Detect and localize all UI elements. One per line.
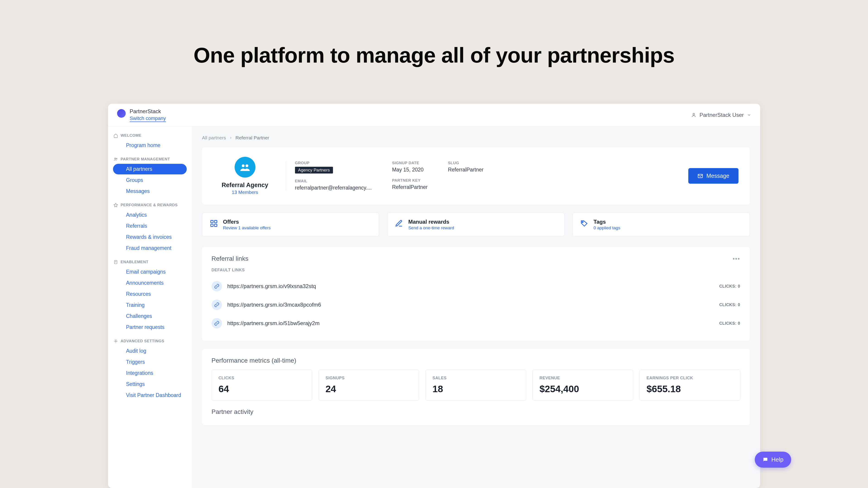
link-url[interactable]: https://partners.grsm.io/51bw5erajy2m [227,320,714,326]
sidebar-item-challenges[interactable]: Challenges [113,311,187,322]
sidebar-header-enablement: ENABLEMENT [108,260,192,264]
group-badge[interactable]: Agency Partners [295,167,333,173]
page-headline: One platform to manage all of your partn… [193,43,675,68]
company-name: PartnerStack [130,108,166,115]
chevron-down-icon [747,113,751,117]
sidebar-item-referrals[interactable]: Referrals [113,221,187,231]
gear-icon [114,339,118,344]
star-icon [114,203,118,207]
logo-icon [117,109,126,118]
envelope-icon [698,173,703,179]
sidebar-item-announcements[interactable]: Announcements [113,278,187,288]
switch-company-link[interactable]: Switch company [130,116,166,122]
offers-card[interactable]: Offers Review 1 available offers [202,213,379,236]
sidebar: WELCOME Program home PARTNER MANAGEMENT … [108,127,192,488]
svg-point-1 [115,158,116,159]
logo-block: PartnerStack Switch company [117,108,166,122]
svg-point-12 [582,222,583,223]
sidebar-item-program-home[interactable]: Program home [113,140,187,151]
sidebar-item-partner-requests[interactable]: Partner requests [113,322,187,332]
sidebar-item-settings[interactable]: Settings [113,379,187,390]
sidebar-item-integrations[interactable]: Integrations [113,368,187,379]
performance-metrics-title: Performance metrics (all-time) [212,357,296,364]
partner-profile-card: Referral Agency 13 Members GROUP Agency … [202,147,750,204]
link-clicks: CLICKS: 0 [719,302,740,307]
email-label: EMAIL [295,179,372,184]
sidebar-item-groups[interactable]: Groups [113,175,187,186]
metric-card-clicks: CLICKS 64 [212,369,312,400]
partner-activity-title: Partner activity [212,408,740,416]
performance-metrics-section: Performance metrics (all-time) CLICKS 64… [202,349,750,425]
svg-point-6 [246,164,248,167]
chat-icon [763,457,768,463]
tag-icon [580,219,589,228]
svg-point-0 [693,113,694,115]
slug-value: ReferralPartner [448,167,484,173]
tags-title: Tags [594,219,620,225]
main-content: All partners Referral Partner Referral A… [192,127,760,488]
sidebar-item-analytics[interactable]: Analytics [113,210,187,220]
divider [286,161,286,191]
edit-icon [394,219,404,228]
metric-card-sales: SALES 18 [426,369,526,400]
sidebar-header-performance: PERFORMANCE & REWARDS [108,203,192,207]
tags-subtitle: 0 applied tags [594,225,620,230]
signup-date-value: May 15, 2020 [392,167,428,173]
manual-rewards-title: Manual rewards [408,219,454,225]
slug-label: SLUG [448,161,484,165]
referral-links-section: Referral links ••• DEFAULT LINKS https:/… [202,247,750,341]
document-icon [114,260,118,264]
svg-point-2 [116,158,117,159]
sidebar-item-messages[interactable]: Messages [113,186,187,197]
sidebar-item-all-partners[interactable]: All partners [113,164,187,174]
svg-point-5 [242,164,245,167]
metric-card-earnings-per-click: EARNINGS PER CLICK $655.18 [640,369,740,400]
breadcrumb-current: Referral Partner [236,135,269,140]
grid-icon [209,219,219,228]
sidebar-item-triggers[interactable]: Triggers [113,357,187,367]
partner-avatar [235,157,255,177]
chevron-right-icon [229,136,232,139]
message-button[interactable]: Message [688,168,738,184]
sidebar-item-resources[interactable]: Resources [113,289,187,299]
user-icon [691,112,696,118]
user-name: PartnerStack User [700,112,744,118]
sidebar-item-audit-log[interactable]: Audit log [113,346,187,356]
svg-point-4 [115,341,116,342]
referral-links-title: Referral links [212,255,248,262]
more-menu-icon[interactable]: ••• [733,255,740,262]
topbar: PartnerStack Switch company PartnerStack… [108,104,760,127]
breadcrumb: All partners Referral Partner [202,135,750,140]
email-value: referralpartner@referralagency.... [295,185,372,191]
signup-date-label: SIGNUP DATE [392,161,428,165]
partner-members-link[interactable]: 13 Members [232,190,258,195]
link-row: https://partners.grsm.io/3mcax8pcofm6 CL… [212,295,740,314]
link-clicks: CLICKS: 0 [719,284,740,289]
breadcrumb-root[interactable]: All partners [202,135,226,140]
manual-rewards-subtitle: Send a one-time reward [408,225,454,230]
svg-rect-9 [215,221,217,223]
group-icon [239,162,251,173]
sidebar-item-training[interactable]: Training [113,300,187,311]
sidebar-header-welcome: WELCOME [108,133,192,138]
help-button[interactable]: Help [755,452,791,468]
link-icon [212,281,222,291]
manual-rewards-card[interactable]: Manual rewards Send a one-time reward [387,213,564,236]
sidebar-item-fraud-management[interactable]: Fraud management [113,243,187,254]
home-icon [114,133,118,138]
user-menu[interactable]: PartnerStack User [691,112,751,118]
link-url[interactable]: https://partners.grsm.io/3mcax8pcofm6 [227,302,714,308]
link-icon [212,300,222,310]
link-url[interactable]: https://partners.grsm.io/v9lxsna32stq [227,283,714,289]
tags-card[interactable]: Tags 0 applied tags [572,213,750,236]
sidebar-item-rewards-invoices[interactable]: Rewards & invoices [113,232,187,242]
sidebar-header-partner-management: PARTNER MANAGEMENT [108,157,192,162]
offers-subtitle: Review 1 available offers [223,225,271,230]
sidebar-item-email-campaigns[interactable]: Email campaigns [113,267,187,277]
sidebar-item-visit-partner-dashboard[interactable]: Visit Partner Dashboard [113,390,187,400]
default-links-label: DEFAULT LINKS [212,268,740,272]
svg-rect-8 [211,221,213,223]
link-row: https://partners.grsm.io/51bw5erajy2m CL… [212,314,740,332]
offers-title: Offers [223,219,271,225]
partner-name: Referral Agency [221,182,268,189]
